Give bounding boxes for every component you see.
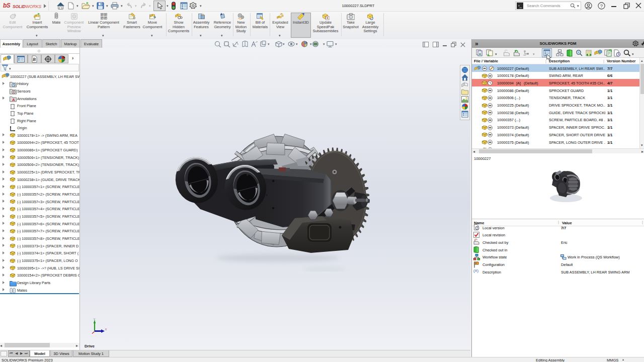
svg-text:X: X	[105, 328, 107, 331]
svg-text:Y: Y	[94, 318, 96, 321]
svg-text:B: B	[32, 57, 36, 62]
svg-text:?: ?	[600, 3, 603, 9]
